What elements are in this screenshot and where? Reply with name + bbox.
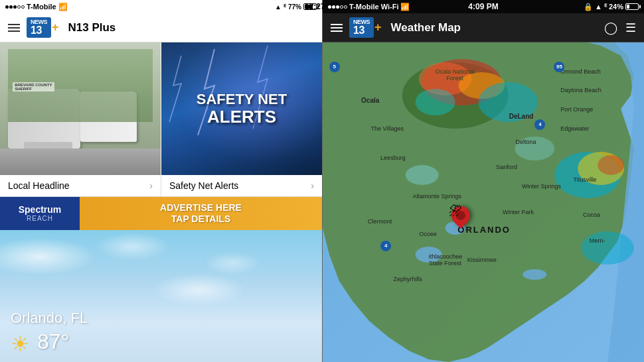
ad-content-area[interactable]: ADVERTISE HERE TAP DETAILS — [80, 197, 322, 230]
tile-left-image: BREVARD COUNTYSHERIFF — [0, 42, 161, 175]
safety-net-label-text: Safety Net Alerts — [169, 180, 238, 191]
battery-percent-left: 77% — [288, 3, 301, 11]
carrier-name-right: T-Mobile Wi-Fi — [349, 3, 398, 11]
signal-dot-r5 — [344, 5, 347, 9]
safety-net-line2: ALERTS — [197, 107, 287, 127]
signal-dot-r3 — [336, 5, 339, 9]
carrier-signal-right: T-Mobile Wi-Fi 📶 — [328, 3, 410, 11]
location-icon-right: ▲ — [595, 3, 602, 11]
battery-area-left: ▲ ᴱ 77% — [275, 3, 317, 11]
safety-net-line1: SAFETY NET — [197, 91, 287, 107]
map-label-the-villages: The Villages — [371, 125, 404, 132]
carrier-name-left: T-Mobile — [27, 3, 56, 11]
pin-container: ⛈ — [451, 206, 470, 225]
ad-message: ADVERTISE HERE TAP DETAILS — [160, 202, 242, 225]
safety-net-chevron: › — [311, 180, 314, 191]
hamburger-r-line-3 — [331, 30, 343, 32]
logo-box-right: NEWS 13 — [349, 17, 374, 38]
nav-bar-right: NEWS 13 + Weather Map ◯ ☰ — [323, 13, 644, 42]
battery-fill-left — [305, 5, 313, 9]
logo-right: NEWS 13 + — [349, 17, 382, 38]
wifi-icon-right: 📶 — [400, 3, 410, 11]
carrier-signal-left: T-Mobile 📶 — [5, 3, 68, 11]
battery-percent-right: 24% — [609, 3, 623, 11]
lock-icon-right: 🔒 — [584, 3, 593, 11]
hamburger-menu-left[interactable] — [8, 24, 20, 32]
map-label-merri: Merri- — [590, 237, 605, 244]
signal-dot-3 — [13, 5, 17, 9]
pin-cloud-icon: ⛈ — [449, 204, 462, 219]
logo-plus-left: + — [52, 21, 59, 34]
map-label-ocala-forest: Ocala NationalForest — [435, 68, 474, 82]
hamburger-r-line-2 — [331, 27, 343, 29]
logo-left: NEWS 13 + — [27, 17, 59, 38]
map-label-port-orange: Port Orange — [560, 106, 593, 113]
radar-coastal-2 — [581, 231, 634, 265]
map-label-leesburg: Leesburg — [380, 154, 406, 161]
hamburger-line-1 — [8, 24, 20, 25]
battery-icon-right — [625, 3, 639, 10]
hamburger-line-2 — [8, 27, 20, 29]
map-label-kissimmee: Kissimmee — [467, 257, 497, 263]
ad-banner[interactable]: Spectrum REACH ADVERTISE HERE TAP DETAIL… — [0, 197, 322, 230]
hamburger-r-line-1 — [331, 24, 343, 25]
logo-number-left: 13 — [31, 25, 42, 36]
signal-strength-right — [328, 5, 347, 9]
spectrum-name: Spectrum — [19, 204, 62, 215]
radar-teal-1 — [416, 89, 455, 115]
weather-map[interactable]: Ocala NationalForest Ocala The Villages … — [323, 42, 644, 362]
map-label-ormond: Ormond Beach — [560, 68, 601, 75]
map-label-ocala: Ocala — [361, 97, 379, 104]
road-badge-i4-west: 4 — [380, 241, 391, 251]
local-headline-chevron: › — [149, 180, 153, 191]
spectrum-brand: Spectrum REACH — [0, 197, 80, 230]
sun-icon: ☀ — [11, 332, 32, 353]
spectrum-sub: REACH — [27, 215, 53, 222]
map-label-daytona: Daytona Beach — [560, 87, 602, 93]
left-panel: T-Mobile 📶 12:27 PM ▲ ᴱ 77% NEWS 13 + N1… — [0, 0, 322, 362]
signal-strength-left — [5, 5, 25, 9]
radar-coastal-red — [598, 155, 624, 175]
map-label-edgewater: Edgewater — [560, 125, 589, 132]
signal-dot-4 — [17, 5, 21, 9]
location-pin-nav-icon[interactable]: ◯ — [604, 21, 617, 35]
safety-net-text: SAFETY NET ALERTS — [197, 91, 287, 127]
signal-dot-r4 — [340, 5, 343, 9]
police-vehicles-image: BREVARD COUNTYSHERIFF — [0, 42, 161, 175]
map-label-ochlockonee: ithlacoocheeState Forest — [429, 253, 463, 267]
local-headline-text: Local Headline — [8, 180, 70, 191]
hamburger-menu-right[interactable] — [331, 24, 343, 32]
signal-dot-5 — [21, 5, 25, 9]
safety-net-tile[interactable]: SAFETY NET ALERTS — [161, 42, 322, 175]
signal-dot-2 — [9, 5, 13, 9]
map-label-orlando: ORLANDO — [457, 225, 511, 235]
weather-temp: 87° — [37, 330, 69, 354]
weather-temp-row: ☀ 87° — [11, 330, 311, 354]
brevard-text: BREVARD COUNTYSHERIFF — [13, 82, 54, 91]
layers-icon[interactable]: ☰ — [625, 21, 636, 35]
hamburger-line-3 — [8, 30, 20, 32]
map-label-winter-park: Winter Park — [503, 209, 534, 215]
weather-city: Orlando, FL — [11, 310, 311, 327]
local-headline-label[interactable]: Local Headline › — [0, 175, 161, 196]
local-headline-tile[interactable]: BREVARD COUNTYSHERIFF — [0, 42, 161, 175]
map-label-zephyrhills: Zephyrhills — [393, 276, 422, 282]
right-panel: T-Mobile Wi-Fi 📶 4:09 PM 🔒 ▲ ᴱ 24% NEWS … — [322, 0, 644, 362]
logo-number-right: 13 — [353, 25, 364, 36]
location-icon-left: ▲ — [275, 3, 282, 11]
safety-net-label[interactable]: Safety Net Alerts › — [161, 175, 322, 196]
map-label-deltona: Deltona — [515, 139, 536, 145]
map-label-winter-springs: Winter Springs — [522, 183, 561, 190]
weather-section: Orlando, FL ☀ 87° — [0, 230, 322, 362]
map-label-ocoee: Ocoee — [419, 231, 437, 237]
signal-dot-1 — [5, 5, 9, 9]
logo-plus-right: + — [374, 21, 382, 34]
lake-3 — [523, 269, 546, 280]
time-right: 4:09 PM — [468, 2, 498, 11]
nav-bar-left: NEWS 13 + N13 Plus — [0, 13, 322, 42]
road-badge-i5: 5 — [329, 62, 340, 72]
status-bar-right: T-Mobile Wi-Fi 📶 4:09 PM 🔒 ▲ ᴱ 24% — [323, 0, 644, 13]
orlando-location-pin: ⛈ — [451, 206, 470, 225]
map-label-cocoa: Cocoa — [583, 211, 600, 218]
tiles-row: BREVARD COUNTYSHERIFF SAFETY NET ALERTS — [0, 42, 322, 175]
